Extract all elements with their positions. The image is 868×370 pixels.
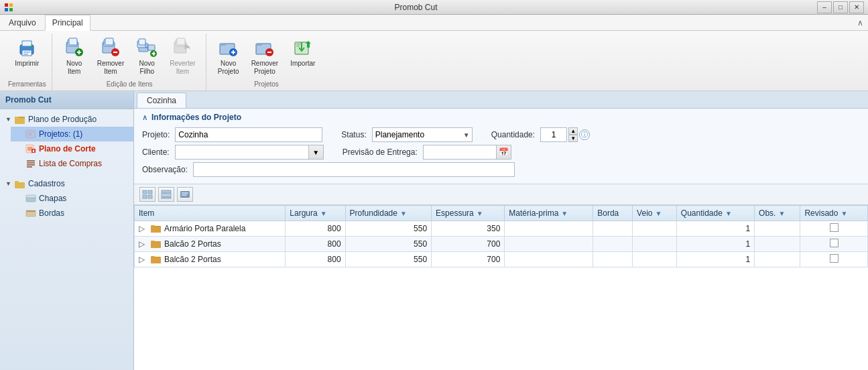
sidebar-bordas-label: Bordas — [39, 208, 64, 218]
ribbon-buttons-ferramentas: Imprimir — [8, 34, 46, 79]
tree-arrow-cadastros: ▼ — [5, 180, 12, 187]
qty-down-button[interactable]: ▼ — [568, 135, 578, 142]
sidebar-item-projetos[interactable]: Projetos: (1) — [11, 127, 133, 141]
cliente-dropdown-button[interactable]: ▼ — [309, 145, 324, 160]
filter-veio-icon[interactable]: ▼ — [655, 210, 662, 217]
calendar-button[interactable]: 📅 — [497, 145, 511, 160]
remover-item-button[interactable]: RemoverItem — [92, 34, 129, 79]
importar-button[interactable]: Importar — [286, 34, 320, 71]
sidebar-item-lista-compras[interactable]: Lista de Compras — [11, 156, 133, 171]
reverter-item-label: ReverterItem — [170, 60, 195, 76]
menu-tab-principal[interactable]: Principal — [45, 15, 90, 31]
row2-espessura: 700 — [432, 237, 505, 252]
row2-profundidade: 550 — [345, 237, 431, 252]
sidebar-item-chapas[interactable]: Chapas — [11, 191, 133, 206]
svg-rect-71 — [143, 190, 147, 194]
svg-rect-70 — [26, 210, 36, 212]
row1-materia — [505, 221, 593, 237]
data-table-area: Item Largura ▼ Profundidade — [134, 205, 868, 370]
filter-revisado-icon[interactable]: ▼ — [841, 210, 847, 217]
sidebar-section-plano[interactable]: ▼ Plano de Produção — [0, 112, 133, 127]
row3-expand-icon[interactable]: ▷ — [139, 255, 148, 264]
previsao-date-input[interactable] — [423, 145, 497, 160]
row3-quantidade: 1 — [676, 252, 754, 267]
quantity-info-icon[interactable]: ⓘ — [579, 129, 590, 140]
row3-profundidade: 550 — [345, 252, 431, 267]
sidebar-plano-corte-label: Plano de Corte — [39, 144, 96, 153]
row1-expand-icon[interactable]: ▷ — [139, 224, 148, 233]
row3-revisado[interactable] — [800, 252, 868, 267]
toolbar-btn-2[interactable] — [158, 187, 174, 202]
observacao-input[interactable] — [193, 162, 515, 177]
row1-revisado[interactable] — [800, 221, 868, 237]
menu-tab-arquivo[interactable]: Arquivo — [1, 15, 44, 30]
previsao-date-wrapper: 📅 — [423, 145, 511, 160]
svg-rect-44 — [296, 44, 302, 45]
row3-materia — [505, 252, 593, 267]
svg-rect-38 — [233, 50, 234, 54]
imprimir-label: Imprimir — [15, 60, 39, 68]
filter-materia-prima-icon[interactable]: ▼ — [561, 210, 568, 217]
remover-projeto-button[interactable]: RemoverProjeto — [247, 34, 284, 79]
row2-largura: 800 — [286, 237, 345, 252]
bordas-icon — [25, 208, 36, 219]
section-collapse-button[interactable]: ∧ — [142, 113, 147, 122]
table-header-row: Item Largura ▼ Profundidade — [135, 206, 868, 221]
row2-item-label: Balcão 2 Portas — [164, 239, 221, 249]
app-icon — [4, 2, 15, 13]
svg-rect-6 — [22, 50, 32, 56]
qty-up-button[interactable]: ▲ — [568, 127, 578, 135]
row2-checkbox[interactable] — [830, 239, 839, 247]
window-controls: – □ ✕ — [817, 1, 864, 13]
filter-largura-icon[interactable]: ▼ — [320, 210, 327, 217]
observacao-label: Observação: — [142, 165, 188, 174]
new-item-icon — [64, 37, 85, 58]
filter-profundidade-icon[interactable]: ▼ — [400, 210, 407, 217]
lista-compras-icon — [25, 158, 36, 169]
sidebar-item-bordas[interactable]: Bordas — [11, 206, 133, 221]
svg-rect-23 — [139, 39, 145, 45]
remove-project-icon — [254, 37, 275, 58]
imprimir-button[interactable]: Imprimir — [10, 34, 44, 71]
col-materia-prima: Matéria-prima ▼ — [505, 206, 593, 221]
ribbon-collapse-button[interactable]: ∧ — [853, 15, 867, 30]
new-child-icon — [136, 37, 158, 58]
filter-obs-icon[interactable]: ▼ — [778, 210, 785, 217]
maximize-button[interactable]: □ — [833, 1, 848, 13]
content-tab-cozinha[interactable]: Cozinha — [137, 92, 186, 108]
minimize-button[interactable]: – — [817, 1, 832, 13]
quantity-input-wrapper: ▲ ▼ ⓘ — [540, 127, 590, 142]
cliente-input[interactable] — [175, 145, 309, 160]
col-espessura: Espessura ▼ — [432, 206, 505, 221]
sidebar-tree: ▼ Plano de Produção — [0, 109, 133, 223]
quantity-field[interactable] — [540, 127, 567, 142]
filter-espessura-icon[interactable]: ▼ — [477, 210, 483, 217]
projeto-input[interactable] — [175, 127, 322, 142]
previsao-label: Previsão de Entrega: — [343, 147, 418, 157]
new-project-icon — [218, 37, 239, 58]
filter-quantidade-icon[interactable]: ▼ — [725, 210, 732, 217]
svg-rect-77 — [162, 197, 171, 198]
novo-filho-button[interactable]: NovoFilho — [131, 34, 162, 79]
row2-expand-icon[interactable]: ▷ — [139, 239, 148, 249]
novo-projeto-button[interactable]: NovoProjeto — [213, 34, 244, 79]
ribbon-group-projetos-label: Projetos — [213, 80, 320, 89]
row3-checkbox[interactable] — [830, 254, 839, 263]
sidebar-item-plano-corte[interactable]: Plano de Corte — [11, 141, 133, 156]
table-row[interactable]: ▷ Armário Porta Paralela 800 550 — [135, 221, 868, 237]
novo-item-button[interactable]: NovoItem — [59, 34, 90, 79]
status-select[interactable]: Planejamento Em Produção Concluído — [372, 127, 473, 142]
row2-revisado[interactable] — [800, 237, 868, 252]
col-obs: Obs. ▼ — [755, 206, 800, 221]
table-row[interactable]: ▷ Balcão 2 Portas 800 550 700 — [135, 252, 868, 267]
toolbar-btn-3[interactable] — [177, 187, 193, 202]
row1-checkbox[interactable] — [830, 223, 839, 232]
svg-rect-45 — [296, 46, 300, 47]
svg-rect-12 — [69, 38, 77, 45]
toolbar-btn-1[interactable] — [139, 187, 156, 202]
close-button[interactable]: ✕ — [849, 1, 864, 13]
reverter-item-button[interactable]: ReverterItem — [165, 34, 200, 79]
sidebar-section-cadastros[interactable]: ▼ Cadastros — [0, 176, 133, 191]
table-row[interactable]: ▷ Balcão 2 Portas 800 550 700 — [135, 237, 868, 252]
svg-rect-49 — [15, 118, 25, 124]
